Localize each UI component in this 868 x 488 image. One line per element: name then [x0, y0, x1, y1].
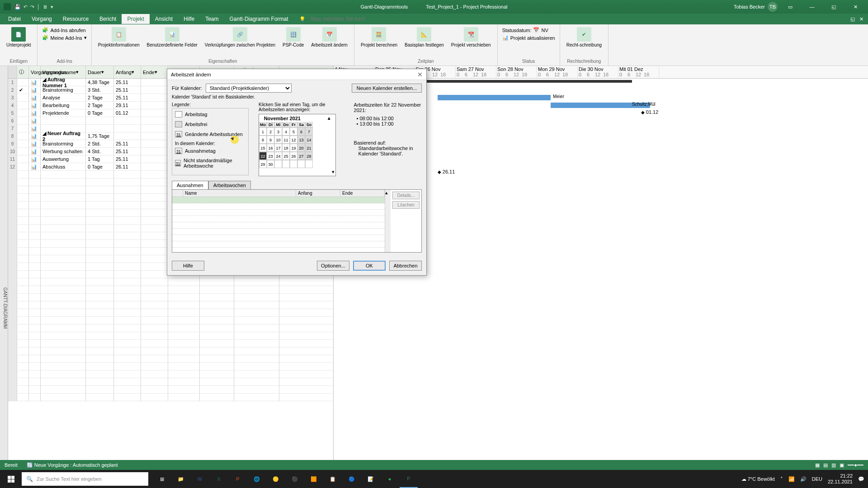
update-project-button[interactable]: 📊 Projekt aktualisieren: [501, 34, 556, 42]
wbs-button[interactable]: 🔢PSP-Code: [280, 26, 307, 48]
gantt-bar[interactable]: [438, 95, 551, 100]
cal-up-icon[interactable]: ▴: [328, 115, 330, 121]
unterprojekt-button[interactable]: 📄 Unterprojekt: [4, 26, 33, 48]
status-bar: Bereit 🔄 Neue Vorgänge : Automatisch gep…: [0, 460, 868, 470]
cal-down-icon[interactable]: ▾: [332, 169, 335, 174]
tab-ansicht[interactable]: Ansicht: [150, 14, 178, 24]
status-date-field[interactable]: Statusdatum: 📅 NV: [501, 26, 556, 34]
baseline-button[interactable]: 📐Basisplan festlegen: [402, 26, 447, 48]
change-worktime-button[interactable]: 📅Arbeitszeit ändern: [308, 26, 350, 48]
obs-icon[interactable]: ⚫: [286, 470, 304, 488]
tab-vorgang[interactable]: Vorgang: [26, 14, 57, 24]
status-auto: 🔄 Neue Vorgänge : Automatisch geplant: [27, 462, 118, 468]
cancel-button[interactable]: Abbrechen: [389, 261, 422, 271]
help-button[interactable]: Hilfe: [172, 261, 204, 271]
status-ready: Bereit: [5, 462, 18, 468]
row-header-corner[interactable]: [8, 66, 17, 78]
view-shortcut-icon[interactable]: ▥: [831, 462, 836, 468]
links-button[interactable]: 🔗Verknüpfungen zwischen Projekten: [202, 26, 278, 48]
undo-icon[interactable]: ↶: [24, 4, 28, 10]
col-duration[interactable]: Dauer ▾: [86, 66, 114, 78]
exceptions-table[interactable]: Name Anfang Ende: [172, 190, 385, 252]
tab-projekt[interactable]: Projekt: [122, 14, 149, 24]
explorer-icon[interactable]: 📁: [172, 470, 190, 488]
doc-icon[interactable]: 🗎: [43, 4, 48, 10]
mini-calendar[interactable]: November 2021▴ MoDiMiDoFrSaSo12345678910…: [259, 114, 336, 176]
ok-button[interactable]: OK: [353, 261, 386, 271]
avatar: TB: [768, 2, 778, 12]
addins-get-button[interactable]: 🧩 Add-Ins abrufen: [41, 26, 87, 34]
calc-project-button[interactable]: 🧮Projekt berechnen: [358, 26, 400, 48]
project-info-button[interactable]: 📋Projektinformationen: [95, 26, 142, 48]
chrome-icon[interactable]: 🟡: [267, 470, 285, 488]
workweeks-tab[interactable]: Arbeitswochen: [208, 181, 251, 189]
tell-me-input[interactable]: [306, 14, 396, 24]
dialog-close-icon[interactable]: ✕: [417, 71, 423, 78]
custom-fields-button[interactable]: 📊Benutzerdefinierte Felder: [144, 26, 200, 48]
calendar-select[interactable]: Standard (Projektkalender): [206, 84, 292, 93]
notification-icon[interactable]: 💬: [858, 476, 864, 482]
change-worktime-dialog: Arbeitszeit ändern ✕ Für Kalender: Stand…: [167, 69, 427, 276]
powerpoint-icon[interactable]: P: [229, 470, 247, 488]
col-end[interactable]: Ende ▾: [141, 66, 168, 78]
move-project-button[interactable]: 📆Projekt verschieben: [448, 26, 494, 48]
spellcheck-button[interactable]: ✔Recht-schreibung: [564, 26, 604, 48]
legend-box: Arbeitstag Arbeitsfrei 31Geänderte Arbei…: [172, 108, 249, 175]
tab-datei[interactable]: Datei: [3, 14, 26, 24]
edge-icon[interactable]: 🌐: [248, 470, 266, 488]
tools-context-label: Gantt-Diagrammtools: [361, 4, 408, 9]
excel-icon[interactable]: X: [210, 470, 228, 488]
addins-my-button[interactable]: 🧩 Meine Add-Ins ▾: [41, 34, 87, 42]
edge-icon[interactable]: 🔵: [343, 470, 361, 488]
tab-team[interactable]: Team: [200, 14, 224, 24]
col-indicator[interactable]: ⓘ: [17, 66, 29, 78]
new-calendar-button[interactable]: Neuen Kalender erstellen...: [352, 84, 422, 93]
spotify-icon[interactable]: ●: [381, 470, 399, 488]
maximize-button[interactable]: ◱: [825, 0, 843, 14]
zoom-slider[interactable]: ━━●━━: [848, 462, 863, 468]
ribbon-options-icon[interactable]: ▭: [781, 0, 799, 14]
start-button[interactable]: [0, 470, 22, 488]
view-shortcut-icon[interactable]: ▤: [823, 462, 828, 468]
minimize-button[interactable]: —: [803, 0, 821, 14]
for-calendar-label: Für Kalender:: [172, 85, 202, 91]
volume-icon[interactable]: 🔊: [800, 476, 807, 482]
redo-icon[interactable]: ↷: [30, 4, 34, 10]
worktimes-for-label: Arbeitszeiten für 22 November 2021:: [354, 102, 422, 113]
weather-widget[interactable]: ☁ 7°C Bewölkt: [741, 476, 775, 482]
language-indicator[interactable]: DEU: [812, 476, 822, 482]
options-button[interactable]: Optionen...: [317, 261, 349, 271]
wifi-icon[interactable]: 📶: [788, 476, 795, 482]
details-button[interactable]: Details...: [392, 192, 420, 199]
project-icon[interactable]: P: [400, 470, 418, 488]
tab-hilfe[interactable]: Hilfe: [178, 14, 200, 24]
save-icon[interactable]: 💾: [14, 4, 21, 10]
tab-ressource[interactable]: Ressource: [57, 14, 94, 24]
app-icon[interactable]: 🟧: [305, 470, 323, 488]
ribbon-collapse-icon[interactable]: ◱: [850, 16, 855, 22]
ribbon-tabs: Datei Vorgang Ressource Bericht Projekt …: [0, 14, 868, 24]
exceptions-tab[interactable]: Ausnahmen: [172, 181, 208, 189]
tab-bericht[interactable]: Bericht: [94, 14, 122, 24]
col-mode[interactable]: Vorgangsmodus: [29, 66, 41, 78]
close-button[interactable]: ✕: [846, 0, 864, 14]
word-icon[interactable]: W: [191, 470, 209, 488]
task-view-icon[interactable]: ⊞: [153, 470, 171, 488]
windows-search[interactable]: 🔍 Zur Suche Text hier eingeben: [22, 472, 148, 486]
taskbar-clock[interactable]: 21:2222.11.2021: [828, 473, 853, 485]
tab-gantt-format[interactable]: Gantt-Diagramm Format: [224, 14, 294, 24]
user-account[interactable]: Tobias Becker TB: [734, 2, 778, 12]
col-start[interactable]: Anfang ▾: [114, 66, 141, 78]
qat-dropdown-icon[interactable]: ▾: [51, 4, 53, 10]
delete-button[interactable]: Löschen: [392, 201, 420, 209]
notepad-icon[interactable]: 📝: [362, 470, 380, 488]
view-shortcut-icon[interactable]: ▦: [815, 462, 820, 468]
ribbon-close-icon[interactable]: ✕: [859, 16, 863, 22]
doc-title: Test_Project_1 - Project Professional: [426, 4, 507, 9]
tray-chevron-icon[interactable]: ˄: [780, 476, 783, 482]
app-icon[interactable]: 📋: [324, 470, 342, 488]
table-scrollbar[interactable]: ▴: [385, 190, 391, 252]
based-on-label: Basierend auf:: [354, 140, 422, 145]
view-shortcut-icon[interactable]: ▣: [840, 462, 844, 468]
tell-me-icon[interactable]: 💡: [299, 16, 306, 22]
